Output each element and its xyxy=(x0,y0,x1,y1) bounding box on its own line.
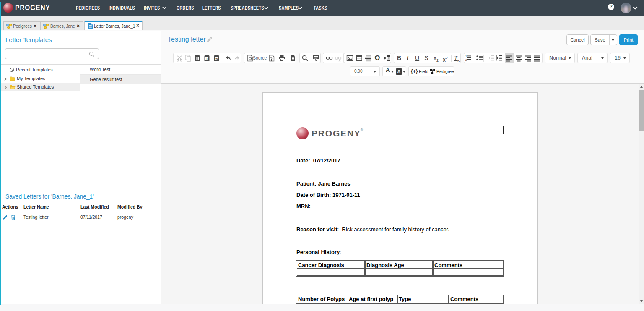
svg-text:T: T xyxy=(206,57,208,61)
svg-text:2: 2 xyxy=(465,58,467,61)
svg-text:1: 1 xyxy=(465,55,467,58)
svg-text:W: W xyxy=(215,57,218,60)
